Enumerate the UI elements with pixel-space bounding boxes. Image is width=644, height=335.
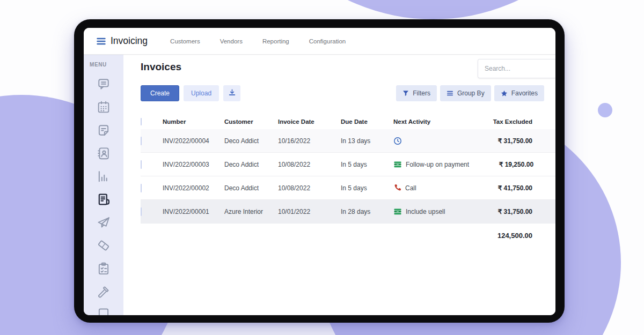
favorites-label: Favorites <box>511 90 538 97</box>
star-icon <box>501 90 508 97</box>
download-icon <box>228 88 236 98</box>
cell-invoice-date: 10/08/2022 <box>278 161 341 168</box>
total-tax-excluded: 124,500.00 <box>468 232 532 240</box>
group-by-label: Group By <box>457 90 485 97</box>
col-tax-excluded[interactable]: Tax Excluded <box>468 118 532 125</box>
row-checkbox[interactable] <box>141 160 142 169</box>
upload-button[interactable]: Upload <box>184 85 219 101</box>
cell-due-date: In 5 days <box>341 161 393 168</box>
main-content: Invoices Create Upload Filters <box>123 55 555 315</box>
send-icon[interactable] <box>96 215 111 230</box>
nav-item-reporting[interactable]: Reporting <box>262 38 289 44</box>
search-input[interactable] <box>478 59 555 78</box>
table-header: Number Customer Invoice Date Due Date Ne… <box>141 114 555 129</box>
nav-menu: Customers Vendors Reporting Configuratio… <box>170 38 346 44</box>
filters-button[interactable]: Filters <box>396 85 437 101</box>
sidebar-menu-label: MENU <box>90 62 107 68</box>
cell-customer: Deco Addict <box>224 184 278 192</box>
device-frame: Invoicing Customers Vendors Reporting Co… <box>74 19 565 323</box>
page-title: Invoices <box>141 61 181 73</box>
table-row[interactable]: INV/2022/00001 Azure Interior 10/01/2022… <box>141 200 555 224</box>
col-due-date[interactable]: Due Date <box>341 118 393 125</box>
cell-tax-excluded: ₹ 31,750.00 <box>468 137 532 145</box>
nav-item-vendors[interactable]: Vendors <box>220 38 243 44</box>
create-button[interactable]: Create <box>141 85 179 101</box>
cell-invoice-date: 10/01/2022 <box>278 208 341 215</box>
group-by-button[interactable]: Group By <box>440 85 491 101</box>
row-checkbox[interactable] <box>141 137 142 145</box>
favorites-button[interactable]: Favorites <box>494 85 544 101</box>
cell-activity-label: Follow-up on payment <box>406 161 469 168</box>
sidebar: MENU <box>84 55 123 315</box>
cell-tax-excluded: ₹ 19,250.00 <box>469 161 533 168</box>
cell-customer: Azure Interior <box>224 208 278 215</box>
background-blob-top <box>235 0 632 19</box>
money-icon[interactable] <box>393 160 402 169</box>
notes-icon[interactable] <box>96 123 111 138</box>
cell-number: INV/2022/00001 <box>163 208 224 215</box>
cell-number: INV/2022/00004 <box>163 137 224 145</box>
background-blob-small <box>598 103 612 117</box>
invoicing-icon[interactable] <box>96 192 111 207</box>
cell-tax-excluded: ₹ 41,750.00 <box>468 184 532 192</box>
cell-customer: Deco Addict <box>224 137 278 145</box>
col-customer[interactable]: Customer <box>224 118 278 125</box>
cell-invoice-date: 10/16/2022 <box>278 137 341 145</box>
cell-tax-excluded: ₹ 31,750.00 <box>468 208 532 215</box>
filter-icon <box>402 90 409 96</box>
group-by-icon <box>447 90 453 96</box>
table-row[interactable]: INV/2022/00002 Deco Addict 10/08/2022 In… <box>141 176 555 200</box>
calendar-icon[interactable] <box>96 100 111 115</box>
cell-invoice-date: 10/08/2022 <box>278 184 341 192</box>
col-next-activity[interactable]: Next Activity <box>393 118 468 125</box>
table-row[interactable]: INV/2022/00003 Deco Addict 10/08/2022 In… <box>141 153 555 176</box>
row-checkbox[interactable] <box>141 184 142 192</box>
discuss-icon[interactable] <box>96 77 111 92</box>
table-row[interactable]: INV/2022/00004 Deco Addict 10/16/2022 In… <box>141 129 555 153</box>
table-total-row: 124,500.00 <box>141 224 555 247</box>
contacts-icon[interactable] <box>96 146 111 161</box>
ticket-icon[interactable] <box>96 238 111 253</box>
money-icon[interactable] <box>393 207 402 216</box>
cell-number: INV/2022/00002 <box>163 184 224 192</box>
app-screen: Invoicing Customers Vendors Reporting Co… <box>84 28 555 315</box>
row-checkbox[interactable] <box>141 207 142 216</box>
tools-icon[interactable] <box>96 284 111 299</box>
clock-icon[interactable] <box>393 137 402 145</box>
cell-due-date: In 28 days <box>341 208 393 215</box>
filters-label: Filters <box>413 90 430 97</box>
col-invoice-date[interactable]: Invoice Date <box>278 118 341 125</box>
search-box <box>478 59 555 78</box>
download-button[interactable] <box>223 85 240 101</box>
archive-icon[interactable] <box>96 307 111 315</box>
nav-item-customers[interactable]: Customers <box>170 38 200 44</box>
nav-item-configuration[interactable]: Configuration <box>309 38 346 44</box>
app-title[interactable]: Invoicing <box>111 35 148 47</box>
cell-activity-label: Include upsell <box>406 208 445 215</box>
chart-icon[interactable] <box>96 169 111 184</box>
select-all-checkbox[interactable] <box>141 118 142 125</box>
cell-customer: Deco Addict <box>224 161 278 168</box>
checklist-icon[interactable] <box>96 261 111 276</box>
hamburger-icon[interactable] <box>97 38 106 45</box>
cell-activity-label: Call <box>405 184 416 192</box>
top-navbar: Invoicing Customers Vendors Reporting Co… <box>84 28 555 55</box>
cell-due-date: In 13 days <box>341 137 393 145</box>
cell-number: INV/2022/00003 <box>163 161 224 168</box>
invoice-table: Number Customer Invoice Date Due Date Ne… <box>141 114 555 247</box>
cell-due-date: In 5 days <box>341 184 393 192</box>
toolbar: Create Upload Filters Group By <box>141 85 544 101</box>
col-number[interactable]: Number <box>163 118 224 125</box>
phone-icon[interactable] <box>393 184 401 192</box>
sidebar-icons <box>96 77 111 315</box>
